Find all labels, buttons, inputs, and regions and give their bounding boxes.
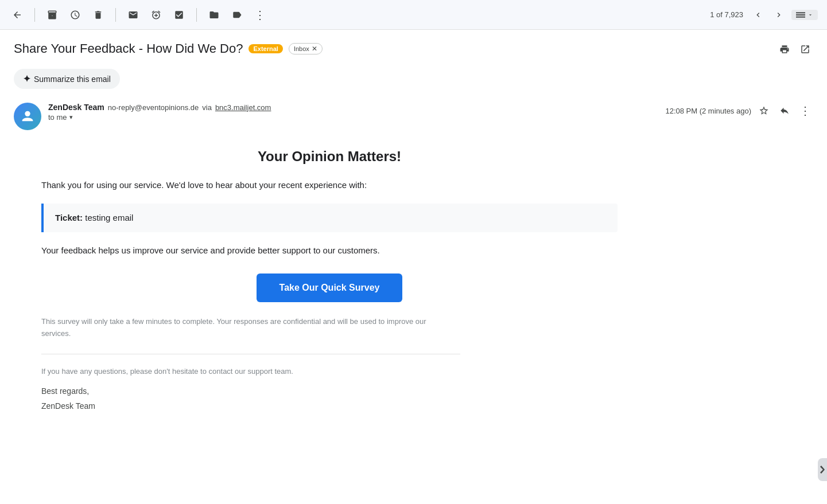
sender-info: ZenDesk Team no-reply@eventopinions.de v… <box>48 103 271 122</box>
avatar <box>14 103 41 130</box>
separator-1 <box>34 8 35 22</box>
view-toggle-button[interactable] <box>791 10 818 20</box>
summarize-button[interactable]: ✦ Summarize this email <box>14 69 120 89</box>
archive-button[interactable] <box>44 7 60 23</box>
snooze2-button[interactable] <box>148 7 164 23</box>
right-pull-tab[interactable] <box>818 458 827 481</box>
survey-button-row: Take Our Quick Survey <box>41 274 618 302</box>
print-button[interactable] <box>776 41 793 57</box>
open-new-window-button[interactable] <box>797 41 813 57</box>
footer-note-text: If you have any questions, please don't … <box>41 366 618 378</box>
sender-name-row: ZenDesk Team no-reply@eventopinions.de v… <box>48 103 271 112</box>
subject-row: Share Your Feedback - How Did We Do? Ext… <box>14 41 776 56</box>
ticket-label: Ticket: <box>55 213 83 222</box>
summarize-label: Summarize this email <box>34 75 111 84</box>
svg-point-3 <box>25 111 30 116</box>
remove-inbox-badge-button[interactable]: ✕ <box>312 45 317 53</box>
reply-button[interactable] <box>776 103 793 119</box>
email-counter: 1 of 7,923 <box>710 10 743 19</box>
prev-email-button[interactable] <box>750 7 766 23</box>
sign-off: Best regards, <box>41 384 618 398</box>
svg-rect-2 <box>796 16 805 17</box>
email-container: Share Your Feedback - How Did We Do? Ext… <box>0 30 827 504</box>
summarize-row: ✦ Summarize this email <box>0 64 827 98</box>
more-email-actions-button[interactable]: ⋮ <box>797 103 813 119</box>
external-badge: External <box>249 44 282 53</box>
sender-via-label: via <box>202 103 212 112</box>
back-button[interactable] <box>9 7 25 23</box>
to-me-text: to me <box>48 113 67 122</box>
sender-via-domain: bnc3.mailjet.com <box>215 103 271 112</box>
separator-3 <box>196 8 197 22</box>
star-button[interactable] <box>756 103 772 119</box>
sender-name: ZenDesk Team <box>48 103 104 112</box>
sender-info-left: ZenDesk Team no-reply@eventopinions.de v… <box>14 103 271 130</box>
ticket-value: testing email <box>85 213 133 222</box>
more-toolbar-button[interactable]: ⋮ <box>252 7 268 23</box>
delete-button[interactable] <box>90 7 106 23</box>
snooze-button[interactable] <box>67 7 83 23</box>
separator-2 <box>115 8 116 22</box>
sender-right: 12:08 PM (2 minutes ago) ⋮ <box>665 103 813 119</box>
svg-rect-0 <box>796 12 805 13</box>
toolbar: ⋮ 1 of 7,923 <box>0 0 827 30</box>
sign-name: ZenDesk Team <box>41 399 618 413</box>
next-email-button[interactable] <box>771 7 787 23</box>
to-me-dropdown[interactable]: ▾ <box>69 114 73 121</box>
email-header: Share Your Feedback - How Did We Do? Ext… <box>0 30 827 64</box>
ticket-box: Ticket: testing email <box>41 204 618 232</box>
svg-rect-1 <box>796 14 805 15</box>
sender-row: ZenDesk Team no-reply@eventopinions.de v… <box>0 98 827 139</box>
label-button[interactable] <box>229 7 245 23</box>
email-timestamp: 12:08 PM (2 minutes ago) <box>665 107 751 115</box>
toolbar-right: 1 of 7,923 <box>710 7 818 23</box>
disclaimer-text: This survey will only take a few minutes… <box>41 316 443 340</box>
email-body-title: Your Opinion Matters! <box>41 149 618 165</box>
inbox-badge: Inbox ✕ <box>289 43 323 54</box>
email-intro-text: Thank you for using our service. We'd lo… <box>41 178 618 192</box>
to-me-row: to me ▾ <box>48 113 271 122</box>
divider <box>41 354 460 354</box>
sender-email: no-reply@eventopinions.de <box>108 103 199 112</box>
feedback-text: Your feedback helps us improve our servi… <box>41 244 618 257</box>
task-button[interactable] <box>171 7 187 23</box>
email-body: Your Opinion Matters! Thank you for usin… <box>0 139 631 427</box>
move-to-button[interactable] <box>206 7 222 23</box>
mark-unread-button[interactable] <box>125 7 141 23</box>
email-subject: Share Your Feedback - How Did We Do? <box>14 41 243 56</box>
summarize-icon: ✦ <box>23 73 30 84</box>
toolbar-left: ⋮ <box>9 7 710 23</box>
signature: Best regards, ZenDesk Team <box>41 384 618 413</box>
survey-button[interactable]: Take Our Quick Survey <box>257 274 403 302</box>
header-actions <box>776 41 813 57</box>
